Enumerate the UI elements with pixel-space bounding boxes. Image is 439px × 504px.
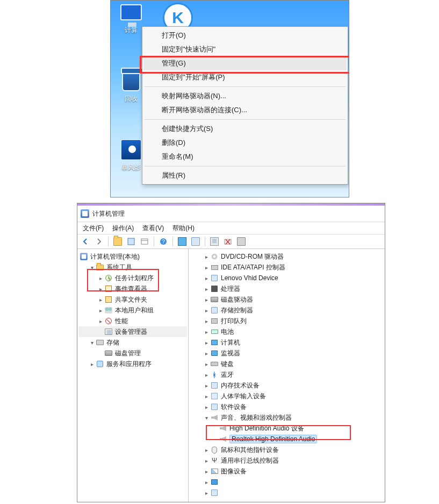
dev-unknown-2[interactable]: ▸ [190, 487, 384, 498]
dev-disk-drive[interactable]: ▸磁盘驱动器 [190, 294, 384, 305]
dev-storage-ctrl[interactable]: ▸存储控制器 [190, 305, 384, 316]
expand-icon[interactable]: ▸ [203, 286, 210, 292]
tree-shared-folders[interactable]: ▸共享文件夹 [78, 294, 187, 305]
expand-icon[interactable]: ▸ [203, 447, 210, 453]
dev-software[interactable]: ▸软件设备 [190, 401, 384, 412]
dev-usb[interactable]: ▸Ψ通用串行总线控制器 [190, 455, 384, 466]
expand-icon[interactable]: ▸ [203, 404, 210, 410]
tree-root[interactable]: 计算机管理(本地) [78, 251, 187, 262]
device-tree[interactable]: ▸DVD/CD-ROM 驱动器 ▸IDE ATA/ATAPI 控制器 ▸Leno… [189, 249, 385, 502]
dev-realtek[interactable]: Realtek High Definition Audio [190, 434, 384, 444]
ctx-create-shortcut-label: 创建快捷方式(S) [162, 125, 213, 133]
expand-icon[interactable]: ▸ [97, 286, 104, 292]
expand-icon[interactable]: ▸ [203, 340, 210, 346]
expand-icon[interactable]: ▸ [203, 479, 210, 485]
mouse-icon [212, 447, 217, 454]
toolbar-update-button[interactable] [235, 236, 247, 247]
expand-icon[interactable]: ▸ [203, 297, 210, 303]
tree-disk-management[interactable]: 磁盘管理 [78, 348, 187, 359]
expand-icon[interactable]: ▸ [97, 308, 104, 313]
ctx-create-shortcut[interactable]: 创建快捷方式(S) [143, 122, 347, 136]
dev-lenovo[interactable]: ▸Lenovo Vhid Device [190, 273, 384, 283]
dev-battery[interactable]: ▸电池 [190, 326, 384, 337]
expand-icon[interactable]: ▸ [203, 469, 210, 474]
expand-icon[interactable]: ▸ [88, 361, 96, 367]
ctx-properties-label: 属性(R) [162, 171, 185, 179]
tree-services-apps[interactable]: ▸服务和应用程序 [78, 359, 187, 369]
dev-imaging[interactable]: ▸图像设备 [190, 466, 384, 477]
toolbar-props-button[interactable] [125, 236, 137, 247]
dev-computer[interactable]: ▸计算机 [190, 337, 384, 348]
tree-local-users[interactable]: ▸本地用户和组 [78, 305, 187, 316]
collapse-icon[interactable]: ▾ [88, 265, 96, 271]
ctx-pin-quick-access[interactable]: 固定到"快速访问" [143, 42, 347, 56]
cpu-icon [211, 286, 218, 292]
dev-hid[interactable]: ▸人体学输入设备 [190, 391, 384, 401]
ctx-pin-start[interactable]: 固定到"开始"屏幕(P) [143, 70, 347, 84]
dev-monitor[interactable]: ▸监视器 [190, 348, 384, 359]
expand-icon[interactable]: ▸ [203, 329, 210, 335]
software-icon [211, 404, 218, 410]
tree-performance[interactable]: ▸性能 [78, 316, 187, 326]
expand-icon[interactable]: ▸ [203, 275, 210, 281]
tree-task-scheduler[interactable]: ▸任务计划程序 [78, 273, 187, 283]
tree-event-viewer[interactable]: ▸事件查看器 [78, 283, 187, 294]
toolbar-help-button[interactable]: ? [157, 236, 169, 247]
expand-icon[interactable]: ▸ [203, 361, 210, 367]
expand-icon[interactable]: ▸ [97, 318, 104, 324]
dev-mouse[interactable]: ▸鼠标和其他指针设备 [190, 444, 384, 455]
tree-device-manager-label: 设备管理器 [115, 327, 147, 337]
dev-sound[interactable]: ▾声音、视频和游戏控制器 [190, 412, 384, 423]
devmgr-icon [105, 328, 112, 335]
expand-icon[interactable]: ▸ [97, 275, 104, 281]
dev-hda[interactable]: High Definition Audio 设备 [190, 423, 384, 434]
collapse-icon[interactable]: ▾ [203, 415, 210, 421]
expand-icon[interactable]: ▸ [203, 318, 210, 324]
menu-file[interactable]: 文件(F) [83, 224, 104, 233]
ctx-rename[interactable]: 重命名(M) [143, 150, 347, 164]
expand-icon[interactable]: ▸ [203, 393, 210, 399]
menu-action[interactable]: 操作(A) [112, 224, 134, 233]
tree-storage[interactable]: ▾存储 [78, 337, 187, 348]
toolbar-scan-button[interactable] [208, 236, 220, 247]
toolbar-up-button[interactable] [112, 236, 124, 247]
toolbar-back-button[interactable] [80, 236, 91, 247]
expand-icon[interactable]: ▸ [203, 383, 210, 389]
menu-help[interactable]: 帮助(H) [172, 224, 195, 233]
dev-ide[interactable]: ▸IDE ATA/ATAPI 控制器 [190, 262, 384, 273]
left-tree[interactable]: 计算机管理(本地) ▾系统工具 ▸任务计划程序 ▸事件查看器 ▸共享文件夹 ▸本… [77, 249, 189, 502]
expand-icon[interactable]: ▸ [203, 254, 210, 260]
dev-dvd[interactable]: ▸DVD/CD-ROM 驱动器 [190, 251, 384, 262]
expand-icon[interactable]: ▸ [97, 297, 104, 303]
ctx-disconnect-drive[interactable]: 断开网络驱动器的连接(C)... [143, 103, 347, 117]
ctx-map-drive[interactable]: 映射网络驱动器(N)... [143, 89, 347, 103]
collapse-icon[interactable]: ▾ [88, 340, 96, 346]
ctx-delete[interactable]: 删除(D) [143, 136, 347, 150]
expand-icon[interactable]: ▸ [203, 308, 210, 313]
toolbar-refresh-button[interactable] [139, 236, 150, 247]
expand-icon[interactable]: ▸ [203, 265, 210, 271]
dev-bluetooth[interactable]: ▸ᚼ蓝牙 [190, 369, 384, 380]
dev-unknown-1[interactable]: ▸ [190, 477, 384, 487]
devmgr-icon [210, 237, 219, 246]
toolbar-forward-button[interactable] [93, 236, 105, 247]
toolbar-uninstall-button[interactable] [222, 236, 234, 247]
toolbar-btn-b[interactable] [190, 236, 201, 247]
expand-icon[interactable]: ▸ [203, 372, 210, 378]
menu-view[interactable]: 查看(V) [142, 224, 164, 233]
expand-icon[interactable]: ▸ [203, 350, 210, 356]
dev-print-queue[interactable]: ▸打印队列 [190, 316, 384, 326]
dev-cpu[interactable]: ▸处理器 [190, 283, 384, 294]
expand-icon[interactable]: ▸ [203, 490, 210, 496]
ctx-manage[interactable]: 管理(G) [143, 56, 347, 70]
ctx-open[interactable]: 打开(O) [143, 28, 347, 42]
dev-memory[interactable]: ▸内存技术设备 [190, 380, 384, 391]
expand-icon[interactable]: ▸ [203, 458, 210, 464]
ctx-properties[interactable]: 属性(R) [143, 169, 347, 182]
dev-keyboard[interactable]: ▸键盘 [190, 359, 384, 369]
dvd-icon [211, 253, 218, 260]
toolbar-btn-a[interactable] [176, 236, 188, 247]
tree-system-tools[interactable]: ▾系统工具 [78, 262, 187, 273]
tree-device-manager[interactable]: 设备管理器 [78, 326, 187, 337]
toolbar-separator [205, 237, 205, 246]
